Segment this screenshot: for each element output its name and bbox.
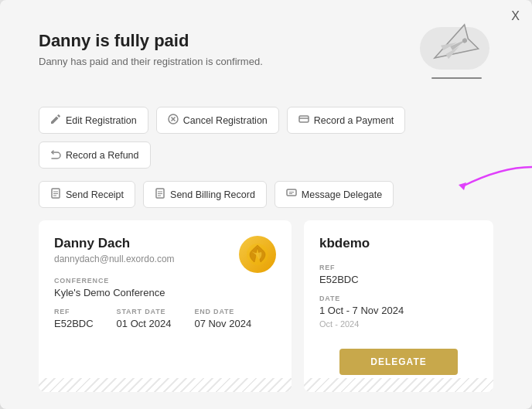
start-date-value: 01 Oct 2024 xyxy=(117,318,172,329)
send-billing-label: Send Billing Record xyxy=(170,189,255,200)
message-delegate-button[interactable]: Message Delegate xyxy=(275,181,394,208)
payment-icon xyxy=(298,114,309,127)
start-date-col: START DATE 01 Oct 2024 xyxy=(117,308,172,339)
send-receipt-button[interactable]: Send Receipt xyxy=(39,181,135,208)
edit-icon xyxy=(50,114,61,127)
page-subtitle: Danny has paid and their registration is… xyxy=(39,56,263,67)
card-section: Danny Dach dannydach@null.exordo.com CON… xyxy=(0,220,532,407)
cancel-icon xyxy=(168,114,179,127)
side-card: kbdemo REF E52BDC DATE 1 Oct - 7 Nov 202… xyxy=(304,220,493,392)
record-refund-label: Record a Refund xyxy=(66,150,139,161)
refund-icon xyxy=(50,148,61,162)
edit-registration-button[interactable]: Edit Registration xyxy=(39,107,148,134)
svg-marker-6 xyxy=(459,182,466,190)
end-date-label: END DATE xyxy=(194,308,251,315)
cancel-registration-label: Cancel Registration xyxy=(183,115,268,126)
end-date-col: END DATE 07 Nov 2024 xyxy=(194,308,251,339)
receipt-icon xyxy=(50,188,61,201)
svg-rect-2 xyxy=(299,116,309,122)
delegate-button[interactable]: DELEGATE xyxy=(339,349,457,375)
cancel-registration-button[interactable]: Cancel Registration xyxy=(156,107,279,134)
side-ref-label: REF xyxy=(319,264,478,271)
plane-line xyxy=(431,77,482,79)
record-payment-button[interactable]: Record a Payment xyxy=(287,107,406,134)
close-button[interactable]: X xyxy=(511,9,520,23)
ref-col: REF E52BDC xyxy=(54,308,94,339)
side-date-value: 1 Oct - 7 Nov 2024 xyxy=(319,305,478,316)
side-card-name: kbdemo xyxy=(319,236,478,251)
actions-row-2: Send Receipt Send Billing Record Message… xyxy=(0,175,532,220)
header-text: Danny is fully paid Danny has paid and t… xyxy=(39,31,263,67)
modal: X Danny is fully paid Danny has paid and… xyxy=(0,0,532,409)
record-refund-button[interactable]: Record a Refund xyxy=(39,141,151,169)
send-receipt-label: Send Receipt xyxy=(66,189,124,200)
ref-value: E52BDC xyxy=(54,318,94,329)
header-section: Danny is fully paid Danny has paid and t… xyxy=(0,0,532,101)
side-date-label: DATE xyxy=(319,295,478,302)
ref-label: REF xyxy=(54,308,94,315)
message-delegate-label: Message Delegate xyxy=(302,189,382,200)
conference-label: CONFERENCE xyxy=(54,277,276,285)
main-card: Danny Dach dannydach@null.exordo.com CON… xyxy=(39,220,292,392)
side-ref-value: E52BDC xyxy=(319,274,478,285)
start-date-label: START DATE xyxy=(117,308,172,315)
end-date-value: 07 Nov 2024 xyxy=(194,318,251,329)
date-row: REF E52BDC START DATE 01 Oct 2024 END DA… xyxy=(54,308,276,339)
arrow-annotation xyxy=(439,159,532,198)
airplane-illustration xyxy=(416,23,493,85)
airplane-icon xyxy=(424,23,486,70)
conference-logo xyxy=(239,236,276,273)
edit-registration-label: Edit Registration xyxy=(66,115,137,126)
delegate-btn-container: DELEGATE xyxy=(304,349,493,375)
side-period: Oct - 2024 xyxy=(319,319,478,329)
record-payment-label: Record a Payment xyxy=(314,115,394,126)
conference-value: Kyle's Demo Conference xyxy=(54,287,276,298)
billing-icon xyxy=(155,188,165,201)
page-title: Danny is fully paid xyxy=(39,31,263,51)
send-billing-button[interactable]: Send Billing Record xyxy=(143,181,267,208)
message-icon xyxy=(286,188,297,201)
